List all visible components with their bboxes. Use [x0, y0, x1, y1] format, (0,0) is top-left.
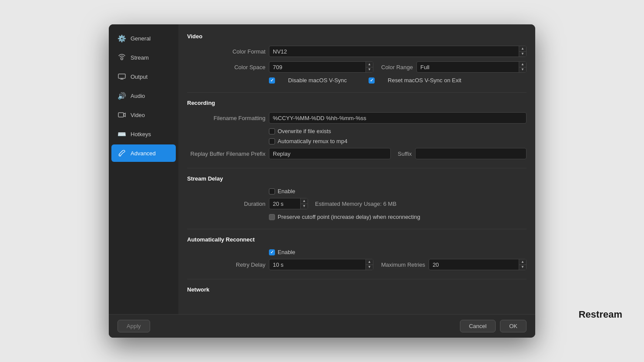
- color-space-row: Color Space ▲ ▼ Color Range: [187, 61, 527, 73]
- color-range-input[interactable]: ▲ ▼: [416, 61, 527, 73]
- sidebar-item-hotkeys[interactable]: ⌨️ Hotkeys: [111, 125, 176, 143]
- filename-row: Filename Formatting: [187, 112, 527, 124]
- reconnect-enable-checkbox[interactable]: [269, 249, 275, 255]
- retry-delay-field[interactable]: [269, 260, 366, 270]
- max-retries-stepper[interactable]: ▲ ▼: [519, 259, 526, 270]
- overwrite-row: Overwrite if file exists: [269, 128, 527, 134]
- sidebar: ⚙️ General Stream: [109, 24, 178, 314]
- color-range-up[interactable]: ▲: [519, 62, 526, 67]
- duration-input[interactable]: ▲ ▼: [269, 198, 308, 209]
- sidebar-item-general[interactable]: ⚙️ General: [111, 30, 176, 47]
- retry-delay-up[interactable]: ▲: [366, 259, 373, 265]
- sidebar-item-audio[interactable]: 🔊 Audio: [111, 87, 176, 104]
- video-section-title: Video: [187, 33, 527, 40]
- preserve-label: Preserve cutoff point (increase delay) w…: [278, 214, 420, 220]
- color-space-input[interactable]: ▲ ▼: [269, 61, 373, 73]
- auto-reconnect-title: Automatically Reconnect: [187, 236, 527, 243]
- video-section: Video Color Format ▲ ▼ Color Space: [187, 33, 527, 84]
- replay-prefix-input[interactable]: [269, 148, 391, 159]
- network-section-title: Network: [187, 286, 527, 293]
- sidebar-item-general-label: General: [131, 35, 151, 42]
- settings-dialog: ⚙️ General Stream: [109, 24, 535, 338]
- color-space-up[interactable]: ▲: [366, 62, 373, 67]
- color-format-up[interactable]: ▲: [519, 46, 526, 52]
- main-content: Video Color Format ▲ ▼ Color Space: [178, 24, 535, 314]
- audio-icon: 🔊: [117, 91, 126, 100]
- video-icon: [117, 111, 126, 119]
- auto-reconnect-section: Automatically Reconnect Enable Retry Del…: [187, 236, 527, 270]
- filename-input[interactable]: [269, 112, 527, 124]
- replay-prefix-row: Replay Buffer Filename Prefix Suffix: [187, 148, 527, 159]
- sidebar-item-advanced-label: Advanced: [131, 150, 156, 157]
- dialog-footer: Apply Cancel OK: [109, 314, 535, 338]
- overwrite-checkbox[interactable]: [269, 128, 275, 134]
- ok-button[interactable]: OK: [500, 320, 527, 332]
- estimated-memory-label: Estimated Memory Usage: 6 MB: [315, 201, 396, 207]
- reset-vsync-checkbox[interactable]: [369, 77, 375, 84]
- retry-delay-input[interactable]: ▲ ▼: [269, 259, 373, 270]
- duration-field[interactable]: [269, 199, 300, 209]
- color-range-label: Color Range: [381, 64, 413, 70]
- color-range-stepper[interactable]: ▲ ▼: [519, 62, 526, 72]
- sidebar-item-video-label: Video: [131, 112, 145, 118]
- color-format-row: Color Format ▲ ▼: [187, 46, 527, 57]
- color-space-stepper[interactable]: ▲ ▼: [366, 62, 373, 72]
- remux-label: Automatically remux to mp4: [278, 138, 347, 144]
- max-retries-input[interactable]: ▲ ▼: [429, 259, 527, 270]
- max-retries-label: Maximum Retries: [381, 261, 425, 268]
- stream-delay-enable-row: Enable: [269, 188, 527, 194]
- color-format-down[interactable]: ▼: [519, 52, 526, 57]
- duration-up[interactable]: ▲: [301, 198, 308, 204]
- color-space-field[interactable]: [269, 62, 366, 72]
- max-retries-up[interactable]: ▲: [519, 259, 526, 265]
- restream-watermark: Restream: [579, 309, 622, 320]
- replay-prefix-label: Replay Buffer Filename Prefix: [187, 151, 265, 157]
- sidebar-item-stream[interactable]: Stream: [111, 49, 176, 66]
- remux-checkbox[interactable]: [269, 138, 275, 144]
- gear-icon: ⚙️: [117, 34, 126, 43]
- sidebar-item-stream-label: Stream: [131, 54, 149, 61]
- suffix-label: Suffix: [398, 151, 412, 157]
- preserve-checkbox[interactable]: [269, 214, 275, 220]
- output-icon: [117, 72, 126, 81]
- stream-delay-enable-checkbox[interactable]: [269, 188, 275, 194]
- filename-label: Filename Formatting: [187, 115, 265, 121]
- sidebar-item-advanced[interactable]: Advanced: [111, 144, 176, 162]
- stream-delay-title: Stream Delay: [187, 175, 527, 182]
- duration-label: Duration: [187, 201, 265, 207]
- sidebar-item-hotkeys-label: Hotkeys: [131, 131, 151, 137]
- color-space-down[interactable]: ▼: [366, 67, 373, 73]
- duration-down[interactable]: ▼: [301, 204, 308, 209]
- retry-delay-down[interactable]: ▼: [366, 265, 373, 270]
- color-format-field[interactable]: [269, 47, 519, 57]
- remux-row: Automatically remux to mp4: [269, 138, 527, 144]
- preserve-row: Preserve cutoff point (increase delay) w…: [269, 214, 527, 220]
- sidebar-item-video[interactable]: Video: [111, 106, 176, 124]
- suffix-input[interactable]: [415, 148, 527, 159]
- cancel-button[interactable]: Cancel: [460, 320, 496, 332]
- max-retries-field[interactable]: [429, 260, 519, 270]
- color-format-input[interactable]: ▲ ▼: [269, 46, 527, 57]
- max-retries-down[interactable]: ▼: [519, 265, 526, 270]
- sidebar-item-output[interactable]: Output: [111, 68, 176, 85]
- network-section: Network: [187, 286, 527, 293]
- retry-delay-label: Retry Delay: [187, 261, 265, 268]
- retry-delay-stepper[interactable]: ▲ ▼: [366, 259, 373, 270]
- recording-section-title: Recording: [187, 100, 527, 106]
- sidebar-item-output-label: Output: [131, 74, 148, 80]
- svg-rect-2: [118, 113, 124, 117]
- disable-vsync-checkbox[interactable]: [269, 77, 275, 84]
- retry-delay-row: Retry Delay ▲ ▼ Maximum Retries: [187, 259, 527, 270]
- color-format-label: Color Format: [187, 48, 265, 55]
- stream-icon: [117, 53, 126, 62]
- color-range-field[interactable]: [417, 62, 519, 72]
- apply-button[interactable]: Apply: [117, 320, 150, 332]
- svg-point-3: [120, 155, 121, 156]
- color-range-down[interactable]: ▼: [519, 67, 526, 73]
- stream-delay-section: Stream Delay Enable Duration ▲ ▼: [187, 175, 527, 220]
- reconnect-enable-row: Enable: [269, 249, 527, 255]
- duration-stepper[interactable]: ▲ ▼: [300, 198, 308, 209]
- disable-vsync-label: Disable macOS V-Sync: [288, 77, 347, 84]
- keyboard-icon: ⌨️: [117, 130, 126, 138]
- color-format-stepper[interactable]: ▲ ▼: [519, 46, 526, 57]
